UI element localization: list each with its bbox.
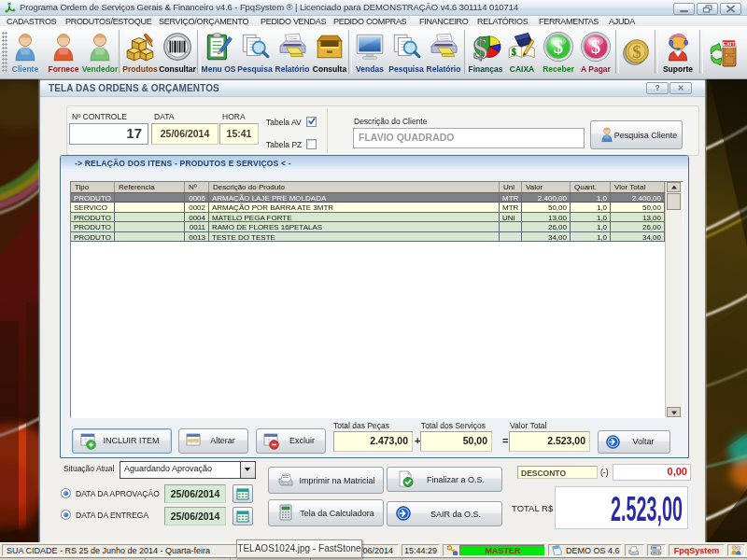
toolbar-menu-os-button[interactable]: Menu OS	[200, 28, 237, 77]
orders-window-titlebar[interactable]: TELA DAS ORDENS & ORÇAMENTOS ? ✕	[40, 80, 705, 97]
column-header-tipo[interactable]: Tipo	[71, 182, 115, 192]
menu-cadastros[interactable]: CADASTROS	[7, 17, 56, 26]
table-row[interactable]: PRODUTO0013TESTE DO TESTE34,001,034,00	[71, 232, 683, 242]
toolbar-relat-rio-button[interactable]: Relatório	[424, 28, 463, 77]
scroll-down-button[interactable]	[667, 407, 681, 417]
table-row[interactable]: PRODUTO0006ARMAÇÃO LAJE PRE MOLDADAMTR2.…	[71, 193, 683, 203]
column-header-quant-[interactable]: Quant.	[571, 182, 611, 192]
toolbar-receber-button[interactable]: Receber	[540, 28, 577, 77]
desconto-field[interactable]: DESCONTO	[517, 466, 598, 479]
sair-button[interactable]: SAIR da O.S.	[387, 501, 502, 526]
aprovacao-date-field[interactable]: 25/06/2014	[164, 484, 226, 503]
menu-financeiro[interactable]: FINANCEIRO	[419, 17, 469, 26]
finalizar-button[interactable]: Finalizar a O.S.	[387, 467, 502, 492]
status-user: MASTER	[443, 544, 545, 556]
scroll-up-button[interactable]	[667, 182, 681, 192]
monitor-icon	[354, 31, 386, 63]
table-row[interactable]: SERVICO0002ARMAÇÃO POR BARRA ATE 3MTRMTR…	[71, 203, 683, 212]
controle-input[interactable]: 17	[69, 123, 148, 145]
table-cell: PRODUTO	[71, 213, 115, 222]
scroll-thumb[interactable]	[667, 193, 681, 210]
entrega-radio[interactable]	[61, 510, 71, 520]
status-printer	[625, 544, 644, 556]
situacao-combobox[interactable]: Aguardando Aprovação	[120, 461, 256, 479]
entrega-calendar-button[interactable]	[233, 507, 253, 525]
person-icon	[48, 31, 79, 63]
menu-ferramentas[interactable]: FERRAMENTAS	[539, 17, 599, 26]
toolbar-pesquisa-button[interactable]: Pesquisa	[237, 28, 273, 77]
menu-servi-o-or-amento[interactable]: SERVIÇO/ORÇAMENTO	[159, 17, 248, 26]
data-input[interactable]: 25/06/2014	[151, 123, 218, 145]
cliente-input[interactable]: FLAVIO QUADRADO	[353, 128, 585, 148]
toolbar-finan-as-button[interactable]: Finanças	[467, 28, 504, 77]
column-header-valor[interactable]: Valor	[522, 182, 571, 192]
column-header-descri-o-do-produto[interactable]: Descrição do Produto	[209, 182, 500, 192]
help-button[interactable]: ?	[646, 82, 669, 94]
close-window-button[interactable]: ✕	[669, 82, 692, 94]
aprovacao-radio[interactable]	[61, 488, 71, 498]
hora-input[interactable]: 15:41	[219, 123, 259, 145]
toolbar-produtos-button[interactable]: Produtos	[121, 28, 159, 77]
toolbar-coin-button[interactable]	[618, 28, 654, 77]
people2-icon	[730, 544, 742, 556]
column-header-referencia[interactable]: Referencia	[115, 182, 185, 192]
toolbar-vendas-button[interactable]: Vendas	[351, 28, 388, 77]
toolbar-consulta-button[interactable]: Consulta	[312, 28, 347, 77]
menu-pedido-vendas[interactable]: PEDIDO VENDAS	[261, 17, 326, 26]
aprovacao-calendar-button[interactable]	[233, 484, 253, 503]
table-row[interactable]: PRODUTO0004MATELO PEGA FORTEUNI13,001,01…	[71, 213, 683, 222]
table-cell: 2.400,00	[522, 193, 571, 203]
table-cell: 26,00	[522, 222, 571, 231]
toolbar-cliente-button[interactable]: Cliente	[6, 28, 45, 77]
excluir-button[interactable]: Excluir	[256, 428, 326, 454]
equals-sign: =	[502, 435, 508, 446]
controle-label: Nº CONTROLE	[72, 112, 127, 121]
desconto-minus-sign: (-)	[600, 468, 609, 477]
combo-arrow[interactable]	[240, 462, 255, 478]
status-city-date-text: SUA CIDADE - RS 25 de Junho de 2014 - Qu…	[7, 546, 210, 555]
toolbar-relat-rio-button[interactable]: Relatório	[273, 28, 312, 77]
pesquisa-cliente-button[interactable]: Pesquisa Cliente	[590, 120, 683, 149]
menu-relat-rios[interactable]: RELATÓRIOS	[477, 17, 528, 26]
calculadora-button[interactable]: Tela da Calculadora	[268, 499, 384, 526]
incluir-item-button[interactable]: INCLUIR ITEM	[72, 428, 172, 454]
situacao-label: Situação Atual	[63, 464, 114, 473]
menu-ajuda[interactable]: AJUDA	[609, 17, 635, 26]
toolbar-suporte-button[interactable]: Suporte	[657, 28, 698, 77]
table-cell: 0013	[185, 232, 209, 242]
items-table[interactable]: TipoReferenciaNºDescrição do ProdutoUniV…	[70, 181, 684, 418]
column-header-n-[interactable]: Nº	[185, 182, 209, 192]
toolbar-a-pagar-button[interactable]: A Pagar	[577, 28, 614, 77]
toolbar-consultar-button[interactable]: Consultar	[159, 28, 196, 77]
toolbar-fornece-button[interactable]: Fornece	[45, 28, 82, 77]
master-user-badge: MASTER	[459, 545, 545, 556]
tabela-pz-checkbox[interactable]	[306, 139, 317, 149]
tabela-av-checkbox[interactable]	[306, 117, 317, 127]
table-row[interactable]: PRODUTO0011RAMO DE FLORES 16PETALAS26,00…	[71, 222, 683, 231]
toolbar-label: Suporte	[663, 64, 693, 74]
toolbar-vendedor-button[interactable]: Vendedor	[82, 28, 118, 77]
status-version: DEMO OS 4.6	[548, 544, 622, 556]
toolbar-exit-button[interactable]	[702, 28, 741, 77]
table-cell	[115, 222, 185, 231]
entrega-date-field[interactable]: 25/06/2014	[164, 507, 226, 525]
toolbar-label: Fornece	[48, 64, 78, 74]
vertical-scrollbar[interactable]	[665, 182, 683, 417]
minimize-button[interactable]	[673, 3, 695, 15]
toolbar-caixa-button[interactable]: CAIXA	[504, 28, 540, 77]
app-icon	[4, 1, 17, 14]
alterar-button[interactable]: Alterar	[178, 428, 248, 454]
imprimir-matricial-button[interactable]: Imprimir na Matricial	[268, 467, 384, 494]
voltar-button[interactable]: Voltar	[598, 430, 670, 454]
toolbar-pesquisa-button[interactable]: Pesquisa	[388, 28, 424, 77]
restore-button[interactable]	[697, 3, 718, 15]
entrega-label: DATA DA ENTREGA	[76, 511, 148, 520]
table-cell: 1,0	[571, 193, 611, 203]
column-header-vlor-total[interactable]: Vlor Total	[611, 182, 665, 192]
menu-produtos-estoque[interactable]: PRODUTOS/ESTOQUE	[65, 17, 151, 26]
close-button[interactable]	[720, 3, 741, 15]
column-header-uni[interactable]: Uni	[500, 182, 522, 192]
table-cell: 1,0	[571, 203, 611, 212]
tabela-av-label: Tabela AV	[266, 118, 302, 127]
menu-pedido-compras[interactable]: PEDIDO COMPRAS	[333, 17, 406, 26]
